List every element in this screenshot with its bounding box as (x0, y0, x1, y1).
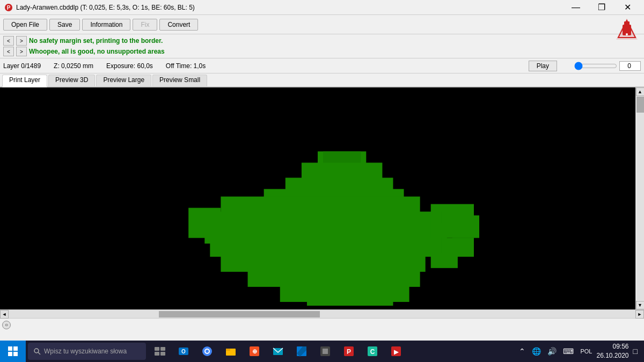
svg-rect-25 (442, 212, 463, 223)
taskbar-icon-6[interactable] (290, 341, 313, 362)
play-button[interactable]: Play (529, 61, 557, 71)
minimize-button[interactable]: — (564, 0, 588, 15)
network-icon[interactable]: 🌐 (530, 347, 543, 356)
taskbar-icon-7[interactable] (313, 341, 337, 362)
taskbar-right: ⌃ 🌐 🔊 ⌨ POL 09:56 26.10.2020 □ (517, 342, 644, 360)
bottom-circle-icon[interactable]: ○ (2, 321, 11, 329)
next-button-1[interactable]: > (16, 36, 27, 46)
svg-rect-22 (307, 298, 393, 306)
scroll-down-button[interactable]: ▼ (636, 301, 645, 309)
scroll-track-horizontal[interactable] (9, 310, 635, 318)
taskbar-icon-8[interactable]: P (337, 341, 361, 362)
svg-rect-36 (160, 352, 165, 356)
z-info: Z: 0,0250 mm (54, 62, 93, 70)
maximize-button[interactable]: ❐ (589, 0, 614, 15)
app9-icon: C (366, 345, 379, 358)
scroll-up-button[interactable]: ▲ (636, 87, 645, 96)
message-2: Whoopee, all is good, no unsupported are… (29, 48, 165, 55)
titlebar-left: P Lady-Aranwen.cbddlp (T: 0,025, E: 5,3s… (4, 3, 195, 12)
vertical-scrollbar[interactable]: ▲ ▼ (635, 87, 644, 309)
svg-point-41 (206, 350, 209, 353)
svg-point-31 (34, 349, 39, 353)
search-input[interactable] (44, 348, 141, 355)
tab-preview-3d[interactable]: Preview 3D (48, 75, 95, 86)
taskbar-store-icon[interactable]: ⊕ (243, 341, 266, 362)
tab-print-layer[interactable]: Print Layer (2, 75, 47, 87)
off-time-info: Off Time: 1,0s (166, 62, 206, 70)
search-bar[interactable] (28, 343, 146, 360)
keyboard-icon[interactable]: ⌨ (561, 347, 576, 356)
taskbar: O ⊕ (0, 341, 644, 362)
canvas-area (0, 87, 635, 309)
mail-icon (272, 345, 284, 358)
chevron-up-icon[interactable]: ⌃ (517, 347, 528, 356)
svg-point-6 (626, 33, 628, 35)
information-button[interactable]: Information (82, 19, 130, 31)
scroll-right-button[interactable]: ► (635, 310, 644, 319)
fix-button: Fix (133, 19, 157, 31)
svg-rect-35 (155, 352, 159, 356)
svg-rect-29 (8, 352, 12, 356)
messages-panel: < > No safety margin set, printing to th… (0, 34, 644, 58)
language-indicator[interactable]: POL (578, 348, 594, 354)
slider-area: 0 (574, 61, 641, 71)
layer-info: Layer 0/1489 (3, 62, 41, 70)
close-button[interactable]: ✕ (615, 0, 640, 15)
taskbar-chrome-icon[interactable] (195, 341, 219, 362)
open-file-button[interactable]: Open File (3, 19, 47, 31)
toolbar: Open File Save Information Fix Convert (0, 15, 644, 34)
tab-bar: Print Layer Preview 3D Preview Large Pre… (0, 73, 644, 87)
taskbar-mail-icon[interactable] (266, 341, 290, 362)
svg-rect-50 (323, 349, 328, 354)
sticky-icon (295, 345, 308, 358)
svg-text:C: C (370, 348, 375, 356)
tab-preview-large[interactable]: Preview Large (96, 75, 151, 86)
start-button[interactable] (0, 341, 26, 362)
layer-slider[interactable] (574, 62, 617, 70)
file-explorer-icon (224, 345, 237, 358)
next-button-2[interactable]: > (16, 47, 27, 56)
svg-text:⊕: ⊕ (252, 348, 257, 354)
scroll-thumb-vertical[interactable] (636, 97, 644, 113)
taskbar-outlook-icon[interactable]: O (172, 341, 195, 362)
prev-button-2[interactable]: < (3, 47, 14, 56)
app-icon: P (4, 3, 13, 12)
layer-number-input[interactable]: 0 (619, 61, 641, 71)
app7-icon (319, 345, 332, 358)
save-button[interactable]: Save (49, 19, 80, 31)
scroll-left-button[interactable]: ◄ (0, 310, 9, 319)
tab-preview-small[interactable]: Preview Small (152, 75, 207, 86)
taskbar-explorer-icon[interactable] (219, 341, 243, 362)
store-icon: ⊕ (248, 345, 261, 358)
svg-rect-28 (13, 346, 18, 351)
layer-preview-svg (0, 87, 635, 309)
svg-rect-43 (226, 349, 230, 351)
clock[interactable]: 09:56 26.10.2020 (596, 342, 628, 360)
svg-rect-30 (13, 352, 18, 356)
bottom-strip: ○ (0, 318, 644, 331)
svg-rect-24 (431, 253, 458, 268)
scroll-thumb-horizontal[interactable] (159, 311, 320, 317)
volume-icon[interactable]: 🔊 (545, 347, 559, 356)
scroll-track-vertical[interactable] (636, 97, 644, 300)
svg-rect-18 (188, 208, 221, 238)
horizontal-scrollbar[interactable]: ◄ ► (0, 309, 644, 318)
search-icon (33, 348, 41, 355)
exposure-info: Exposure: 60,0s (106, 62, 153, 70)
taskbar-icon-9[interactable]: C (361, 341, 384, 362)
svg-rect-34 (160, 347, 165, 351)
app8-icon: P (342, 345, 355, 358)
windows-icon (8, 346, 18, 357)
taskbar-cortana-icon[interactable] (148, 341, 172, 362)
taskbar-icon-10[interactable]: ▶ (384, 341, 408, 362)
svg-rect-27 (8, 346, 12, 351)
message-row-1: < > No safety margin set, printing to th… (3, 35, 641, 46)
convert-button[interactable]: Convert (159, 19, 198, 31)
svg-rect-26 (323, 151, 361, 162)
message-1: No safety margin set, printing to the bo… (29, 37, 163, 45)
message-row-2: < > Whoopee, all is good, no unsupported… (3, 46, 641, 57)
prev-button-1[interactable]: < (3, 36, 14, 46)
svg-text:P: P (7, 5, 11, 11)
notification-icon[interactable]: □ (631, 347, 640, 356)
svg-text:O: O (181, 349, 186, 354)
